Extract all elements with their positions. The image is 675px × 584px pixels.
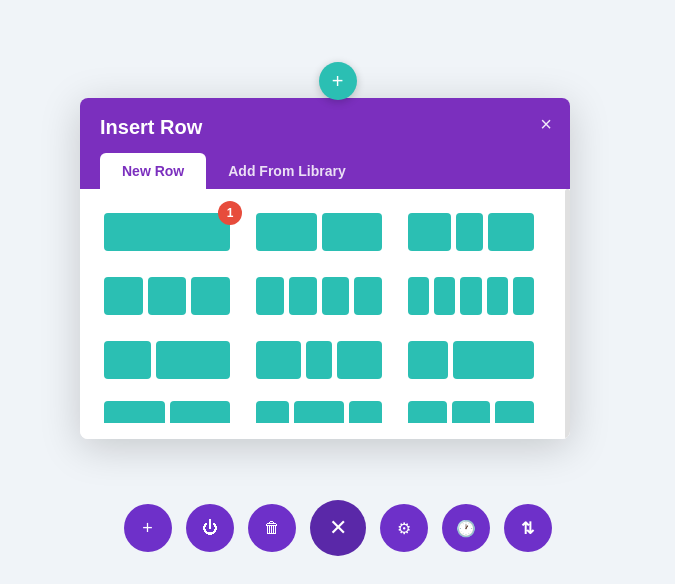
- clock-icon: 🕐: [456, 519, 476, 538]
- tab-add-from-library[interactable]: Add From Library: [206, 153, 367, 189]
- delete-button[interactable]: 🗑: [248, 504, 296, 552]
- col-block: [434, 277, 455, 315]
- col-block: [408, 401, 447, 423]
- col-block: [156, 341, 230, 379]
- power-icon: ⏻: [202, 519, 218, 537]
- insert-row-modal: Insert Row × New Row Add From Library 1: [80, 98, 570, 439]
- settings-button[interactable]: ⚙: [380, 504, 428, 552]
- col-block: [322, 213, 383, 251]
- col-block: [104, 277, 143, 315]
- col-block: [513, 277, 534, 315]
- layout-grid: 1: [100, 209, 550, 383]
- layout-five-equal[interactable]: [404, 273, 538, 319]
- modal-title: Insert Row: [100, 116, 550, 139]
- add-row-top-button[interactable]: +: [319, 62, 357, 100]
- col-block: [495, 401, 534, 423]
- col-block: [349, 401, 382, 423]
- modal-body: 1: [80, 189, 570, 439]
- tab-new-row[interactable]: New Row: [100, 153, 206, 189]
- col-block: [104, 341, 151, 379]
- col-block: [408, 341, 448, 379]
- close-button[interactable]: ✕: [310, 500, 366, 556]
- col-block: [294, 401, 344, 423]
- col-block: [460, 277, 481, 315]
- col-block: [337, 341, 382, 379]
- full-width-block: [104, 213, 230, 251]
- col-block: [456, 213, 483, 251]
- col-block: [306, 341, 332, 379]
- col-block: [487, 277, 508, 315]
- bottom-toolbar: + ⏻ 🗑 ✕ ⚙ 🕐 ⇅: [124, 500, 552, 556]
- layout-asym-2[interactable]: [252, 337, 386, 383]
- layout-partial-1[interactable]: [100, 401, 234, 423]
- layout-three-uneven[interactable]: [404, 209, 538, 255]
- selected-badge: 1: [218, 201, 242, 225]
- layout-two-equal[interactable]: [252, 209, 386, 255]
- layout-three-equal[interactable]: [100, 273, 234, 319]
- history-button[interactable]: 🕐: [442, 504, 490, 552]
- main-container: + Insert Row × New Row Add From Library …: [0, 0, 675, 584]
- close-icon: ✕: [329, 515, 347, 541]
- reorder-button[interactable]: ⇅: [504, 504, 552, 552]
- col-block: [354, 277, 382, 315]
- col-block: [256, 341, 301, 379]
- plus-icon: +: [142, 518, 153, 539]
- col-block: [322, 277, 350, 315]
- layout-full-width[interactable]: 1: [100, 209, 234, 255]
- gear-icon: ⚙: [397, 519, 411, 538]
- trash-icon: 🗑: [264, 519, 280, 537]
- col-block: [452, 401, 491, 423]
- power-button[interactable]: ⏻: [186, 504, 234, 552]
- col-block: [408, 277, 429, 315]
- col-block: [408, 213, 451, 251]
- add-button[interactable]: +: [124, 504, 172, 552]
- layout-asym-1[interactable]: [100, 337, 234, 383]
- layout-four-equal[interactable]: [252, 273, 386, 319]
- layout-partial-2[interactable]: [252, 401, 386, 423]
- modal-header: Insert Row × New Row Add From Library: [80, 98, 570, 189]
- col-block: [256, 213, 317, 251]
- modal-close-button[interactable]: ×: [540, 114, 552, 134]
- col-block: [488, 213, 534, 251]
- col-block: [256, 277, 284, 315]
- col-block: [453, 341, 534, 379]
- layout-partial-3[interactable]: [404, 401, 538, 423]
- plus-icon: +: [332, 70, 344, 93]
- col-block: [148, 277, 187, 315]
- col-block: [170, 401, 231, 423]
- col-block: [191, 277, 230, 315]
- layout-asym-3[interactable]: [404, 337, 538, 383]
- col-block: [104, 401, 165, 423]
- reorder-icon: ⇅: [521, 519, 534, 538]
- modal-tabs: New Row Add From Library: [100, 153, 550, 189]
- col-block: [289, 277, 317, 315]
- col-block: [256, 401, 289, 423]
